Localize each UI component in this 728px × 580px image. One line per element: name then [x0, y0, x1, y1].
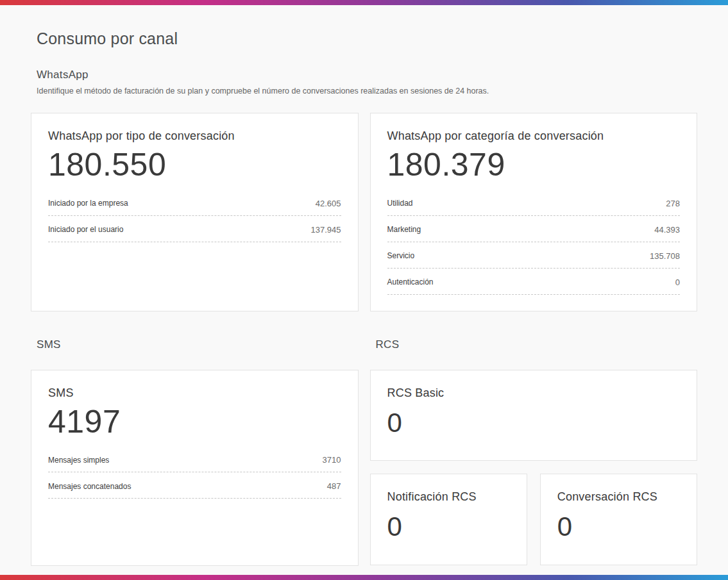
top-gradient-bar: [0, 0, 728, 5]
card-total: 0: [557, 513, 680, 541]
whatsapp-by-type-card: WhatsApp por tipo de conversación 180.55…: [31, 113, 359, 311]
stat-row: Mensajes concatenados 487: [48, 472, 341, 499]
card-title: WhatsApp por tipo de conversación: [48, 129, 341, 143]
stat-value: 42.605: [316, 199, 341, 208]
stat-label: Mensajes simples: [48, 456, 109, 465]
card-total: 4197: [48, 405, 341, 439]
card-total: 180.550: [48, 148, 341, 182]
stat-label: Iniciado por el usuario: [48, 225, 123, 234]
stat-row: Marketing 44.393: [387, 216, 681, 242]
page-title: Consumo por canal: [37, 29, 697, 48]
stat-row: Iniciado por la empresa 42.605: [48, 190, 341, 216]
stat-label: Autenticación: [387, 278, 434, 286]
stat-row: Iniciado por el usuario 137.945: [48, 216, 341, 242]
whatsapp-section-description: Identifique el método de facturación de …: [37, 87, 697, 95]
stat-row: Servicio 135.708: [387, 242, 681, 269]
stat-row: Utilidad 278: [387, 190, 681, 216]
stat-label: Marketing: [387, 225, 421, 234]
sms-card: SMS 4197 Mensajes simples 3710 Mensajes …: [31, 370, 359, 566]
rcs-section-heading: RCS: [376, 338, 698, 351]
whatsapp-by-category-card: WhatsApp por categoría de conversación 1…: [370, 113, 698, 311]
stat-label: Servicio: [387, 251, 415, 260]
consumption-dashboard-page: Consumo por canal WhatsApp Identifique e…: [0, 0, 728, 580]
card-title: RCS Basic: [387, 386, 681, 400]
rcs-basic-card: RCS Basic 0: [370, 370, 698, 461]
whatsapp-cards-row: WhatsApp por tipo de conversación 180.55…: [31, 113, 697, 311]
stat-value: 3710: [323, 455, 341, 465]
card-title: Notificación RCS: [387, 490, 510, 504]
stat-value: 278: [666, 199, 680, 208]
card-title: Conversación RCS: [557, 490, 680, 504]
card-total: 0: [387, 513, 510, 541]
sms-rcs-section: SMS SMS 4197 Mensajes simples 3710 Mensa…: [31, 338, 697, 566]
rcs-conversation-card: Conversación RCS 0: [540, 474, 697, 565]
rcs-notification-card: Notificación RCS 0: [370, 474, 527, 565]
stat-label: Iniciado por la empresa: [48, 199, 128, 208]
stat-value: 135.708: [650, 251, 680, 261]
card-total: 0: [387, 409, 681, 437]
whatsapp-section: WhatsApp Identifique el método de factur…: [31, 69, 697, 311]
stat-row: Autenticación 0: [387, 269, 681, 295]
stat-value: 44.393: [654, 225, 680, 235]
card-title: SMS: [48, 386, 341, 400]
rcs-small-cards-row: Notificación RCS 0 Conversación RCS 0: [370, 474, 698, 565]
stat-value: 0: [675, 278, 680, 287]
bottom-gradient-bar: [0, 575, 728, 580]
stat-value: 487: [327, 481, 341, 491]
stat-row: Mensajes simples 3710: [48, 446, 341, 472]
rcs-section: RCS RCS Basic 0 Notificación RCS 0 Conve…: [370, 338, 698, 566]
sms-section: SMS SMS 4197 Mensajes simples 3710 Mensa…: [31, 338, 359, 566]
stat-label: Mensajes concatenados: [48, 482, 131, 491]
card-title: WhatsApp por categoría de conversación: [387, 129, 681, 143]
card-total: 180.379: [387, 148, 681, 182]
whatsapp-section-heading: WhatsApp: [37, 69, 697, 81]
rcs-cards-column: RCS Basic 0 Notificación RCS 0 Conversac…: [370, 370, 698, 565]
stat-label: Utilidad: [387, 199, 413, 208]
main-content: Consumo por canal WhatsApp Identifique e…: [0, 5, 728, 575]
stat-value: 137.945: [311, 225, 341, 235]
sms-section-heading: SMS: [37, 338, 359, 351]
